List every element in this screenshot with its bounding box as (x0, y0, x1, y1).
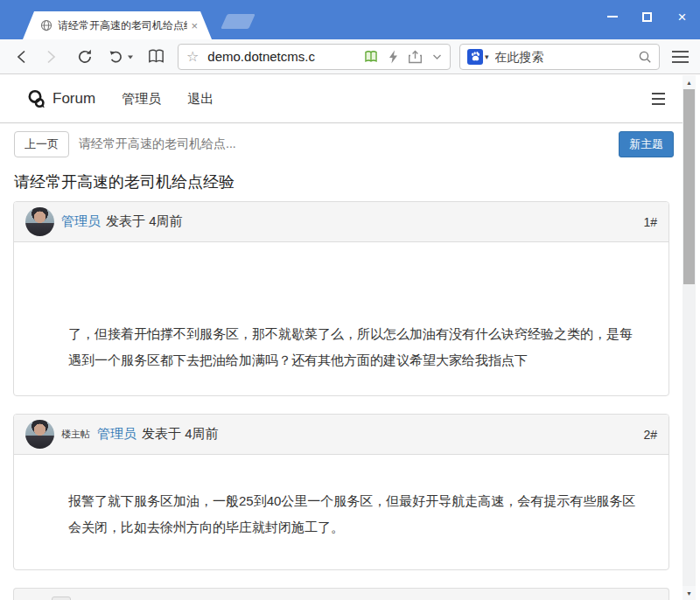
avatar[interactable] (25, 207, 54, 236)
navbar-toggle-icon[interactable] (652, 93, 665, 105)
avatar-placeholder (52, 597, 71, 600)
post-panel-3-partial (13, 588, 669, 600)
forward-icon[interactable] (43, 49, 59, 65)
tab-title: 请经常开高速的老司机给点经验 (58, 18, 187, 33)
post-panel-2: 楼主帖 管理员 发表于 4周前 2# 报警了就下服务区加油，一般25到40公里一… (13, 414, 669, 570)
post-2-floor-number: 2# (643, 428, 657, 442)
scrollbar-up-arrow-icon[interactable]: ▲ (682, 75, 696, 89)
post-2-heading: 楼主帖 管理员 发表于 4周前 2# (14, 415, 668, 455)
post-panel-1: 管理员 发表于 4周前 1# 了，但接着开怕撑不到服务区，那不就歇菜了么，所以怎… (13, 201, 669, 396)
page-title: 请经常开高速的老司机给点经验 (14, 171, 668, 192)
previous-page-button[interactable]: 上一页 (14, 131, 69, 157)
forum-brand-label: Forum (52, 90, 95, 108)
page-scrollbar[interactable]: ▲ ▼ (682, 75, 696, 600)
browser-titlebar: 请经常开高速的老司机给点经验 × × (0, 0, 700, 39)
search-magnifier-icon[interactable] (638, 50, 652, 64)
post-2-posted-meta: 发表于 4周前 (142, 426, 219, 443)
nav-link-logout[interactable]: 退出 (187, 91, 214, 108)
nav-link-admin[interactable]: 管理员 (122, 91, 161, 108)
refresh-icon[interactable] (76, 48, 94, 66)
post-2-body: 报警了就下服务区加油，一般25到40公里一个服务区，但最好开导航走高速，会有提示… (14, 455, 668, 569)
chevron-down-icon[interactable] (432, 53, 442, 60)
forum-navbar: Forum 管理员 退出 (0, 75, 682, 123)
post-1-heading: 管理员 发表于 4周前 1# (14, 202, 668, 242)
search-box[interactable]: ▾ (459, 44, 660, 70)
new-topic-button[interactable]: 新主题 (619, 131, 674, 157)
back-icon[interactable] (14, 49, 30, 65)
search-engine-caret-icon[interactable]: ▾ (485, 52, 489, 61)
share-icon[interactable] (408, 50, 423, 64)
address-bar[interactable]: ☆ demo.dotnetcms.c (178, 44, 451, 70)
browser-menu-icon[interactable] (672, 51, 689, 63)
post-1-author-link[interactable]: 管理员 (61, 213, 101, 230)
scrollbar-down-arrow-icon[interactable]: ▼ (682, 586, 696, 600)
post-2-author-link[interactable]: 管理员 (97, 426, 136, 443)
undo-dropdown-caret-icon[interactable] (127, 53, 134, 60)
reader-mode-icon[interactable] (363, 50, 379, 64)
breadcrumb-topic: 请经常开高速的老司机给点... (79, 136, 236, 152)
post-2-op-badge: 楼主帖 (61, 428, 90, 441)
undo-history-icon[interactable] (108, 48, 125, 66)
bookmark-star-icon[interactable]: ☆ (186, 48, 199, 65)
tab-close-icon[interactable]: × (191, 19, 198, 32)
baidu-paw-icon[interactable] (467, 49, 483, 65)
browser-tab[interactable]: 请经常开高速的老司机给点经验 × (23, 11, 212, 39)
post-1-floor-number: 1# (643, 215, 657, 229)
window-minimize-button[interactable] (606, 11, 618, 23)
forum-brand[interactable]: Forum (26, 88, 95, 109)
post-1-body: 了，但接着开怕撑不到服务区，那不就歇菜了么，所以怎么加油有没有什么诀窍经验之类的… (14, 242, 668, 395)
window-close-button[interactable]: × (676, 11, 688, 23)
avatar[interactable] (25, 420, 54, 449)
url-text[interactable]: demo.dotnetcms.c (207, 49, 363, 64)
scrollbar-thumb[interactable] (683, 89, 695, 284)
forum-logo-icon (26, 88, 47, 109)
lightning-icon[interactable] (388, 50, 398, 64)
post-1-posted-meta: 发表于 4周前 (106, 213, 183, 230)
search-input[interactable] (495, 50, 638, 64)
new-tab-button[interactable] (220, 14, 256, 29)
bookmarks-book-icon[interactable] (147, 48, 165, 65)
globe-icon (40, 19, 52, 31)
page-viewport: Forum 管理员 退出 上一页 请经常开高速的老司机给点... 新主题 请经常… (0, 75, 682, 600)
browser-toolbar: ☆ demo.dotnetcms.c ▾ (0, 39, 700, 74)
window-maximize-button[interactable] (641, 11, 653, 23)
breadcrumb: 上一页 请经常开高速的老司机给点... 新主题 (14, 131, 674, 157)
